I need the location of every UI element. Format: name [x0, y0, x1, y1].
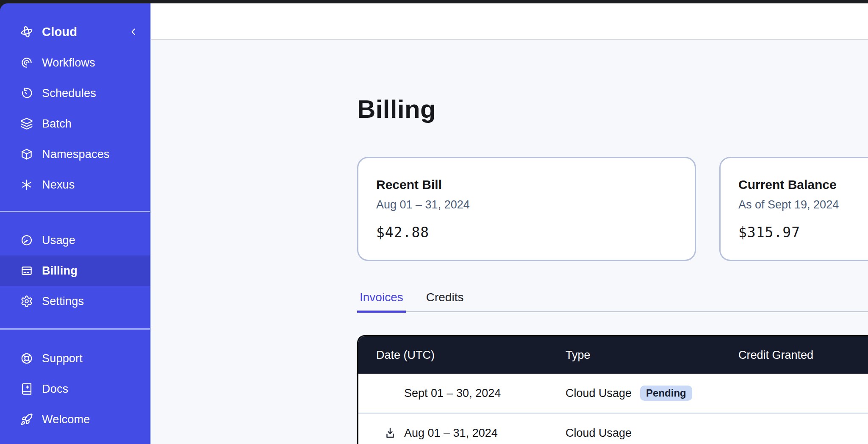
- sidebar-item-label: Usage: [42, 234, 75, 247]
- schedules-icon: [20, 86, 33, 100]
- table-row[interactable]: Sept 01 – 30, 2024 Cloud Usage Pending: [358, 374, 868, 413]
- sidebar-item-settings[interactable]: Settings: [0, 286, 150, 316]
- sidebar-item-label: Namespaces: [42, 148, 110, 161]
- namespaces-cube-icon: [20, 147, 33, 161]
- main-area: Billing Recent Bill Aug 01 – 31, 2024 $4…: [151, 3, 868, 444]
- column-header-type: Type: [566, 349, 738, 362]
- sidebar-item-label: Settings: [42, 295, 84, 308]
- sidebar-item-label: Workflows: [42, 56, 95, 69]
- column-header-credit-granted: Credit Granted: [738, 349, 868, 362]
- sidebar-item-label: Support: [42, 352, 83, 365]
- sidebar-collapse-button[interactable]: [127, 25, 140, 38]
- invoice-date: Sept 01 – 30, 2024: [404, 387, 501, 400]
- temporal-logo-icon: [20, 25, 33, 39]
- docs-book-icon: [20, 382, 33, 396]
- support-lifebuoy-icon: [20, 352, 33, 365]
- sidebar-brand[interactable]: Cloud: [0, 16, 150, 47]
- usage-gauge-icon: [20, 233, 33, 247]
- download-slot-empty: [384, 387, 397, 400]
- billing-tabs: Invoices Credits: [357, 291, 868, 312]
- summary-cards: Recent Bill Aug 01 – 31, 2024 $42.88 Cur…: [357, 157, 868, 261]
- sidebar-item-batch[interactable]: Batch: [0, 108, 150, 139]
- download-icon[interactable]: [384, 427, 397, 439]
- tab-credits[interactable]: Credits: [424, 291, 466, 313]
- card-title: Current Balance: [738, 178, 868, 192]
- sidebar-item-schedules[interactable]: Schedules: [0, 78, 150, 108]
- sidebar-item-workflows[interactable]: Workflows: [0, 47, 150, 78]
- sidebar: Cloud Workflows: [0, 3, 151, 444]
- table-header-row: Date (UTC) Type Credit Granted: [358, 336, 868, 374]
- invoices-table: Date (UTC) Type Credit Granted Sept 01 –…: [357, 335, 868, 444]
- nexus-asterisk-icon: [20, 178, 33, 191]
- recent-bill-card: Recent Bill Aug 01 – 31, 2024 $42.88: [357, 157, 696, 261]
- workflows-icon: [20, 56, 33, 69]
- batch-layers-icon: [20, 117, 33, 130]
- card-amount: $315.97: [738, 224, 868, 241]
- welcome-rocket-icon: [20, 413, 33, 426]
- sidebar-item-label: Welcome: [42, 413, 90, 426]
- sidebar-item-docs[interactable]: Docs: [0, 374, 150, 404]
- brand-label: Cloud: [42, 25, 77, 39]
- sidebar-item-support[interactable]: Support: [0, 343, 150, 374]
- column-header-date: Date (UTC): [358, 349, 566, 362]
- sidebar-item-label: Docs: [42, 383, 68, 396]
- sidebar-item-nexus[interactable]: Nexus: [0, 169, 150, 200]
- settings-gear-icon: [20, 294, 33, 308]
- sidebar-item-label: Billing: [42, 264, 78, 278]
- sidebar-item-label: Nexus: [42, 178, 75, 191]
- sidebar-divider: [0, 211, 150, 212]
- invoice-type: Cloud Usage: [566, 427, 632, 440]
- card-amount: $42.88: [376, 224, 677, 241]
- sidebar-item-label: Schedules: [42, 87, 96, 100]
- sidebar-item-welcome[interactable]: Welcome: [0, 404, 150, 435]
- app-window: Cloud Workflows: [0, 3, 868, 444]
- sidebar-item-usage[interactable]: Usage: [0, 225, 150, 255]
- sidebar-item-label: Batch: [42, 117, 72, 130]
- sidebar-item-namespaces[interactable]: Namespaces: [0, 139, 150, 169]
- tab-invoices[interactable]: Invoices: [357, 291, 406, 313]
- current-balance-card: Current Balance As of Sept 19, 2024 $315…: [719, 157, 868, 261]
- table-row[interactable]: Aug 01 – 31, 2024 Cloud Usage: [358, 413, 868, 444]
- topbar: [151, 3, 868, 40]
- card-subtitle: As of Sept 19, 2024: [738, 198, 868, 211]
- card-subtitle: Aug 01 – 31, 2024: [376, 198, 677, 211]
- sidebar-divider: [0, 328, 150, 330]
- status-badge: Pending: [640, 386, 692, 401]
- billing-page: Billing Recent Bill Aug 01 – 31, 2024 $4…: [151, 40, 868, 444]
- invoice-date: Aug 01 – 31, 2024: [404, 427, 498, 440]
- card-title: Recent Bill: [376, 178, 677, 192]
- billing-card-icon: [20, 264, 33, 278]
- screen: Cloud Workflows: [0, 0, 868, 444]
- invoice-type: Cloud Usage: [566, 387, 632, 400]
- page-title: Billing: [357, 97, 868, 122]
- sidebar-item-billing[interactable]: Billing: [0, 255, 150, 286]
